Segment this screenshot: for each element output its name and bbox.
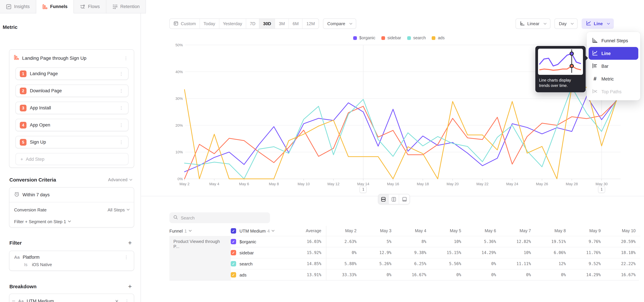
tab-funnels[interactable]: Funnels	[36, 0, 74, 14]
legend-item[interactable]: search	[407, 36, 426, 40]
average-value-cell: 14.85%	[290, 258, 326, 269]
step-kebab-icon[interactable]: ⋮	[118, 105, 125, 111]
annotation-badge[interactable]: 1	[360, 186, 367, 193]
funnel-step-row[interactable]: 3App Install⋮	[16, 102, 128, 114]
funnel-kebab-icon[interactable]: ⋮	[122, 55, 130, 61]
tab-flows[interactable]: Flows	[74, 0, 106, 14]
funnel-step-row[interactable]: 2Download Page⋮	[16, 84, 128, 97]
menu-item-bar[interactable]: Bar	[589, 60, 638, 72]
add-filter-button[interactable]: +	[128, 240, 132, 246]
layout-toggle-split-vertical[interactable]	[389, 194, 399, 204]
funnels-icon	[42, 4, 48, 9]
step-kebab-icon[interactable]: ⋮	[118, 88, 125, 94]
average-column-header[interactable]: Average	[290, 226, 326, 236]
range-7d[interactable]: 7D	[246, 19, 260, 28]
series-row-label: ✓search	[231, 258, 290, 269]
search-input[interactable]	[181, 215, 266, 220]
search-icon	[173, 214, 178, 221]
step-kebab-icon[interactable]: ⋮	[118, 122, 125, 128]
range-3m[interactable]: 3M	[275, 19, 289, 28]
step-number-badge: 4	[20, 122, 26, 128]
funnel-step-row[interactable]: 5Sign Up⋮	[16, 136, 128, 148]
menu-item-line[interactable]: Line	[589, 47, 638, 60]
date-column-header[interactable]: May 7	[501, 226, 536, 236]
breakdown-card[interactable]: Aa UTM Medium ✕ ⋮	[9, 294, 134, 302]
range-yesterday[interactable]: Yesterday	[219, 19, 246, 28]
value-cell: 15.15%	[431, 247, 466, 258]
value-cell: 0%	[361, 269, 396, 280]
range-custom[interactable]: Custom	[170, 19, 200, 28]
value-cell: 11.11%	[501, 258, 536, 269]
conversion-rate-row: Conversion Rate All Steps	[10, 202, 134, 215]
add-step-button[interactable]: +Add Step	[16, 153, 128, 165]
funnel-step-row[interactable]: 4App Open⋮	[16, 119, 128, 131]
svg-text:50%: 50%	[176, 43, 183, 47]
legend-item[interactable]: $organic	[353, 36, 375, 40]
chart-type-dropdown[interactable]: Line	[582, 18, 614, 29]
date-column-header[interactable]: May 10	[606, 226, 640, 236]
date-column-header[interactable]: May 3	[361, 226, 396, 236]
compare-button[interactable]: Compare	[323, 18, 356, 29]
legend-item[interactable]: ads	[432, 36, 444, 40]
layout-toggle-chart-only[interactable]	[399, 194, 410, 204]
conversion-window-row[interactable]: Within 7 days	[10, 188, 134, 202]
select-all-checkbox[interactable]: ✓	[231, 228, 236, 234]
text-property-icon: Aa	[14, 255, 20, 260]
date-column-header[interactable]: May 2	[326, 226, 361, 236]
step-kebab-icon[interactable]: ⋮	[118, 71, 125, 76]
filter-segment-dropdown[interactable]: Filter + Segment on Step 1	[10, 215, 134, 227]
range-today[interactable]: Today	[200, 19, 219, 28]
date-column-header[interactable]: May 4	[396, 226, 431, 236]
remove-breakdown-icon[interactable]: ✕	[113, 298, 120, 302]
chart-legend: $organicsidebarsearchads	[353, 36, 444, 40]
linear-scale-icon	[520, 21, 525, 27]
date-column-header[interactable]: May 6	[466, 226, 501, 236]
svg-text:May 6: May 6	[239, 182, 249, 186]
tab-retention[interactable]: Retention	[106, 0, 146, 14]
tab-insights[interactable]: Insights	[0, 0, 36, 14]
date-range-controls: CustomTodayYesterday7D30D3M6M12M Compare	[170, 18, 356, 29]
series-checkbox[interactable]: ✓	[231, 261, 236, 266]
date-column-header[interactable]: May 8	[536, 226, 570, 236]
range-12m[interactable]: 12M	[303, 19, 319, 28]
range-30d[interactable]: 30D	[260, 19, 275, 28]
menu-item-label: Top Paths	[602, 89, 622, 94]
breakdown-column-header[interactable]: ✓ UTM Medium 4	[231, 226, 290, 236]
series-checkbox[interactable]: ✓	[231, 250, 236, 255]
series-name: ads	[240, 272, 246, 277]
svg-text:May 4: May 4	[209, 182, 219, 186]
menu-item-metric[interactable]: #Metric	[589, 72, 638, 85]
drag-handle-icon[interactable]	[12, 300, 15, 302]
funnel-name-cell[interactable]: Product Viewed through P...	[170, 236, 231, 280]
menu-item-funnel-steps[interactable]: Funnel Steps	[589, 34, 638, 47]
average-value-cell: 13.91%	[290, 269, 326, 280]
layout-toggle-split-horizontal[interactable]	[378, 194, 389, 204]
filter-property-row[interactable]: Aa Platform ⋮	[14, 254, 130, 260]
conversion-rate-label: Conversion Rate	[14, 207, 46, 212]
range-6m[interactable]: 6M	[289, 19, 303, 28]
interval-dropdown[interactable]: Day	[554, 18, 578, 29]
retention-icon	[112, 4, 118, 9]
funnel-step-row[interactable]: 1Landing Page⋮	[16, 68, 128, 80]
scale-dropdown[interactable]: Linear	[516, 18, 550, 29]
filter-condition[interactable]: Is iOS Native	[24, 262, 130, 267]
annotation-badge[interactable]: 1	[598, 186, 605, 193]
date-column-header[interactable]: May 5	[431, 226, 466, 236]
step-kebab-icon[interactable]: ⋮	[118, 139, 125, 145]
funnel-column-header[interactable]: Funnel 1	[170, 226, 231, 236]
svg-text:May 30: May 30	[596, 182, 608, 186]
tab-label: Funnels	[50, 4, 68, 9]
conversion-rate-steps-dropdown[interactable]: All Steps	[108, 207, 129, 212]
step-label: App Install	[30, 105, 114, 110]
add-breakdown-button[interactable]: +	[128, 283, 132, 290]
value-cell: 0%	[431, 269, 466, 280]
date-column-header[interactable]: May 9	[570, 226, 606, 236]
advanced-dropdown[interactable]: Advanced	[108, 177, 132, 182]
series-checkbox[interactable]: ✓	[231, 239, 236, 244]
funnel-metric-header[interactable]: Landing Page through Sign Up ⋮	[14, 53, 130, 63]
breakdown-kebab-icon[interactable]: ⋮	[124, 298, 130, 302]
series-checkbox[interactable]: ✓	[231, 272, 236, 278]
filter-kebab-icon[interactable]: ⋮	[123, 254, 130, 260]
legend-item[interactable]: sidebar	[381, 36, 401, 40]
breakdown-col-count: 4	[267, 228, 270, 234]
